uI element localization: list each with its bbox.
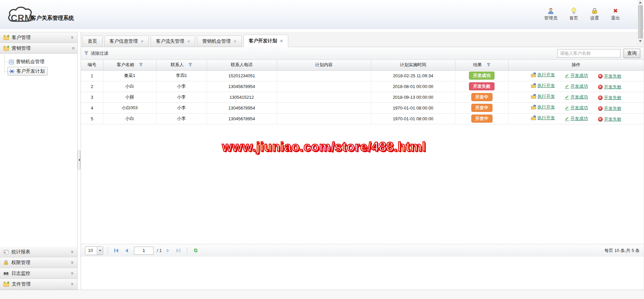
sidebar-group-label: 权限管理 <box>11 260 30 266</box>
cell-id: 5 <box>81 113 103 124</box>
filter-funnel-icon[interactable] <box>188 63 192 67</box>
develop-success-link[interactable]: ✔ 开发成功 <box>565 116 588 122</box>
cell-plan <box>277 102 371 113</box>
execute-develop-link[interactable]: 执行开发 <box>531 104 555 110</box>
cell-phone: 13045678954 <box>207 113 277 124</box>
header-action-logout[interactable]: ✖ 退出 <box>611 7 620 21</box>
tab-customer-develop-plan[interactable]: 客户开发计划 × <box>244 35 288 47</box>
page-size-select[interactable]: 10 <box>85 246 103 255</box>
sidebar-group-file-mgmt[interactable]: 文件管理 » <box>0 279 77 290</box>
tab-home[interactable]: 首页 <box>82 36 102 47</box>
execute-develop-link[interactable]: 执行开发 <box>531 83 555 89</box>
cell-phone: 1305415212 <box>207 92 277 102</box>
chevron-down-icon <box>97 247 103 255</box>
column-header-actions[interactable]: 操作 <box>508 60 644 70</box>
next-page-button[interactable] <box>164 247 172 255</box>
column-header-customer[interactable]: 客户名称 <box>103 60 156 70</box>
header-action-settings[interactable]: 设置 <box>590 7 599 21</box>
filter-funnel-icon[interactable] <box>139 63 143 67</box>
tab-label: 首页 <box>88 38 97 44</box>
scroll-down-icon[interactable] <box>638 39 643 44</box>
header-action-admin[interactable]: 管理员 <box>544 7 557 21</box>
execute-develop-link[interactable]: 执行开发 <box>531 93 555 99</box>
develop-success-icon: ✔ <box>565 94 569 100</box>
column-header-result[interactable]: 结果 <box>455 60 508 70</box>
cell-id: 3 <box>81 92 103 102</box>
chevron-double-down-icon: » <box>70 272 75 274</box>
develop-fail-icon: × <box>598 95 603 100</box>
sidebar-group-customer-mgmt[interactable]: 客户管理 » <box>0 32 77 43</box>
scroll-up-icon[interactable] <box>638 0 643 5</box>
lock-icon <box>592 7 598 14</box>
chevron-double-down-icon: » <box>70 261 75 264</box>
sidebar-group-log-monitor[interactable]: 日志监控 » <box>0 268 77 279</box>
tab-customer-info[interactable]: 客户信息管理 × <box>104 36 149 47</box>
tab-close-icon[interactable]: × <box>233 39 236 43</box>
execute-develop-label: 执行开发 <box>538 72 555 78</box>
develop-fail-icon: × <box>598 106 603 111</box>
develop-success-link[interactable]: ✔ 开发成功 <box>565 73 588 79</box>
column-header-plan[interactable]: 计划内容 <box>277 60 371 70</box>
search-area: 查询 <box>557 49 640 58</box>
tab-close-icon[interactable]: × <box>141 39 143 43</box>
filter-funnel-icon[interactable] <box>487 63 490 67</box>
scrollbar-thumb[interactable] <box>638 5 643 38</box>
develop-fail-link[interactable]: × 开发失败 <box>598 95 621 101</box>
page-number-input[interactable] <box>134 247 154 255</box>
sidebar-collapse-handle[interactable] <box>78 150 81 170</box>
develop-success-label: 开发成功 <box>570 83 588 89</box>
develop-success-label: 开发成功 <box>570 116 588 122</box>
develop-success-link[interactable]: ✔ 开发成功 <box>565 94 588 100</box>
column-header-id[interactable]: 编号 <box>81 60 103 70</box>
sidebar-item-label: 营销机会管理 <box>16 59 44 65</box>
sidebar-item-marketing-opportunity[interactable]: 营销机会管理 <box>0 57 77 67</box>
refresh-button[interactable] <box>191 247 200 255</box>
sidebar-group-permission[interactable]: 权限管理 » <box>0 257 77 268</box>
execute-develop-label: 执行开发 <box>538 104 555 110</box>
sidebar-group-statistics[interactable]: 统计报表 » <box>0 247 77 257</box>
develop-fail-link[interactable]: × 开发失败 <box>598 84 621 90</box>
tab-close-icon[interactable]: × <box>187 39 190 43</box>
sidebar-splitter[interactable] <box>78 32 81 290</box>
develop-success-link[interactable]: ✔ 开发成功 <box>565 105 588 111</box>
develop-fail-link[interactable]: × 开发失败 <box>598 73 621 79</box>
prev-page-button[interactable] <box>123 247 131 255</box>
develop-success-link[interactable]: ✔ 开发成功 <box>565 83 588 89</box>
sidebar-group-marketing-mgmt[interactable]: 营销管理 » <box>0 43 77 54</box>
sidebar-item-customer-develop-plan[interactable]: 客户开发计划 <box>0 67 77 76</box>
plan-burst-icon <box>9 69 14 74</box>
develop-fail-link[interactable]: × 开发失败 <box>598 105 621 112</box>
clear-filter-button[interactable]: 清除过滤 <box>84 50 108 56</box>
chevron-double-up-icon: » <box>70 47 75 49</box>
execute-develop-icon <box>531 105 536 110</box>
vertical-scrollbar[interactable] <box>638 0 643 44</box>
tab-marketing-opportunity[interactable]: 营销机会管理 × <box>197 36 242 47</box>
search-button[interactable]: 查询 <box>624 49 640 58</box>
cell-plan <box>277 70 371 81</box>
header-action-home[interactable]: 首页 <box>569 7 578 21</box>
filter-funnel-icon <box>84 51 88 55</box>
execute-develop-link[interactable]: 执行开发 <box>531 72 555 78</box>
folder-icon <box>3 35 9 40</box>
column-header-phone[interactable]: 联系人电话 <box>207 60 277 70</box>
sidebar-group-label: 营销管理 <box>12 45 31 51</box>
column-header-contact[interactable]: 联系人 <box>156 60 207 70</box>
first-page-button[interactable] <box>112 247 120 255</box>
last-page-button[interactable] <box>174 247 182 255</box>
tab-customer-loss[interactable]: 客户流失管理 × <box>151 36 195 47</box>
tab-close-icon[interactable]: × <box>280 39 283 43</box>
header-action-label: 首页 <box>569 15 578 21</box>
column-header-time[interactable]: 计划实施时间 <box>371 60 455 70</box>
page-size-value: 10 <box>85 247 97 255</box>
develop-fail-label: 开发失败 <box>604 84 621 90</box>
table-header-row: 编号 客户名称 联系人 联系人电话 计划内容 计划实施时间 结果 操作 <box>81 60 644 70</box>
tab-label: 客户开发计划 <box>249 38 277 44</box>
develop-success-label: 开发成功 <box>570 105 588 111</box>
cell-customer: 小丽 <box>103 92 156 102</box>
execute-develop-link[interactable]: 执行开发 <box>531 115 555 121</box>
develop-fail-link[interactable]: × 开发失败 <box>598 116 621 122</box>
watermark-text: www.jiuniao.com/store/488.html <box>81 140 644 157</box>
sidebar-group-label: 文件管理 <box>12 281 31 287</box>
app-logo: CRM 客户关系管理系统 <box>6 5 74 24</box>
search-input[interactable] <box>557 49 620 57</box>
